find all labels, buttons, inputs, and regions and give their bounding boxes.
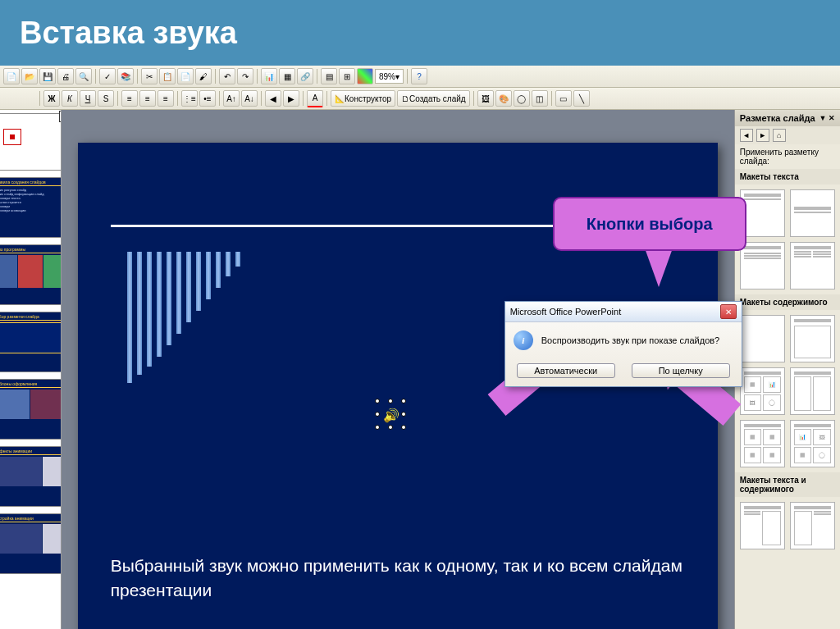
thumb-1[interactable]: ×: [0, 113, 62, 171]
chart-icon[interactable]: 📊: [261, 68, 277, 84]
task-pane-header: Разметка слайда ▼ ✕: [735, 110, 840, 126]
bold-icon[interactable]: Ж: [43, 90, 60, 107]
thumb-title: Шаблоны оформления: [0, 381, 62, 388]
layout-two-content[interactable]: [790, 367, 835, 415]
dropdown-icon[interactable]: ▼ ✕: [819, 114, 835, 122]
new-slide-button[interactable]: 🗋 Создать слайд: [397, 90, 470, 107]
shape-tool-icon[interactable]: ▭: [555, 90, 572, 107]
layout-title-subtitle[interactable]: [790, 189, 835, 237]
align-right-icon[interactable]: ≡: [158, 90, 174, 107]
font-color-icon[interactable]: A: [307, 90, 323, 107]
selection-handle[interactable]: [388, 425, 393, 430]
research-icon[interactable]: 📚: [117, 68, 134, 84]
separator: [326, 91, 327, 106]
undo-icon[interactable]: ↶: [219, 68, 235, 84]
layout-content-text[interactable]: [790, 502, 835, 549]
preview-icon[interactable]: 🔍: [75, 68, 92, 84]
increase-font-icon[interactable]: A↑: [223, 90, 240, 107]
selection-handle[interactable]: [401, 425, 406, 430]
layout-title-bullets[interactable]: [740, 242, 785, 289]
auto-button[interactable]: Автоматически: [517, 363, 615, 378]
dialog-titlebar[interactable]: Microsoft Office PowerPoint ✕: [505, 302, 742, 322]
layout-text-content[interactable]: [740, 502, 785, 549]
sound-object-icon[interactable]: [381, 405, 401, 425]
paste-icon[interactable]: 📄: [177, 68, 194, 84]
insert-clip-icon[interactable]: 🎨: [495, 90, 512, 107]
color-icon[interactable]: [357, 68, 373, 84]
selection-handle[interactable]: [401, 399, 406, 403]
cut-icon[interactable]: ✂: [141, 68, 158, 84]
layout-content[interactable]: [790, 315, 835, 362]
open-icon[interactable]: 📂: [21, 68, 38, 84]
increase-indent-icon[interactable]: ▶: [283, 90, 299, 107]
selection-handle[interactable]: [375, 425, 380, 430]
insert-diagram-icon[interactable]: ◫: [532, 90, 548, 107]
forward-icon[interactable]: ►: [756, 129, 769, 142]
save-icon[interactable]: 💾: [39, 68, 56, 84]
insert-shape-icon[interactable]: ◯: [514, 90, 530, 107]
decrease-font-icon[interactable]: A↓: [241, 90, 258, 107]
bar: [226, 252, 231, 276]
numbered-list-icon[interactable]: ⋮≡: [181, 90, 198, 107]
shadow-icon[interactable]: S: [98, 90, 114, 107]
bullet-list-icon[interactable]: •≡: [199, 90, 216, 107]
show-grid-icon[interactable]: ⊞: [339, 68, 355, 84]
format-painter-icon[interactable]: 🖌: [195, 68, 212, 84]
text-content-layouts-section: Макеты текста и содержимого: [735, 472, 840, 497]
back-icon[interactable]: ◄: [740, 129, 753, 142]
separator: [39, 91, 40, 106]
thumb-2[interactable]: Правила создания слайдов • Один рисунок …: [0, 177, 62, 238]
separator: [551, 91, 552, 106]
selection-handle[interactable]: [401, 412, 406, 417]
layout-title-only[interactable]: [740, 189, 785, 237]
slide-editor-area: Выбранный звук можно применить как к одн…: [62, 110, 734, 629]
decrease-indent-icon[interactable]: ◀: [265, 90, 281, 107]
sound-playback-dialog: Microsoft Office PowerPoint ✕ i Воспроиз…: [504, 301, 742, 387]
thumb-content: [0, 255, 62, 288]
thumb-content: [0, 322, 62, 353]
bar: [167, 252, 171, 345]
zoom-selector[interactable]: 89% ▾: [375, 69, 404, 84]
tables-borders-icon[interactable]: ▤: [321, 68, 337, 84]
home-icon[interactable]: ⌂: [773, 129, 786, 142]
zoom-value: 89%: [379, 72, 395, 81]
task-pane-title: Разметка слайда: [740, 113, 815, 123]
layout-two-column[interactable]: [790, 242, 835, 289]
new-slide-label: Создать слайд: [409, 94, 466, 103]
slide-caption: Выбранный звук можно применить как к одн…: [111, 554, 685, 602]
layout-blank[interactable]: [740, 315, 785, 362]
layout-content-grid[interactable]: ▦📊🖼◯: [740, 367, 785, 415]
align-center-icon[interactable]: ≡: [139, 90, 156, 107]
dialog-message: Воспроизводить звук при показе слайдов?: [541, 335, 720, 345]
thumb-title: Эффекты анимации: [0, 449, 62, 455]
design-button[interactable]: 📐 Конструктор: [331, 90, 395, 107]
layout-four-content[interactable]: ▦▦▦▦: [740, 420, 785, 467]
selection-handle[interactable]: [375, 412, 380, 417]
hyperlink-icon[interactable]: 🔗: [297, 68, 313, 84]
thumb-5[interactable]: Шаблоны оформления: [0, 379, 62, 440]
new-icon[interactable]: 📄: [3, 68, 20, 84]
thumb-content: • Один рисунок слайд• Один слайд информа…: [0, 188, 62, 212]
help-icon[interactable]: ?: [411, 68, 427, 84]
underline-icon[interactable]: Ч: [80, 90, 96, 107]
bar: [127, 252, 132, 383]
thumb-3[interactable]: Окно программы: [0, 244, 62, 305]
table-icon[interactable]: ▦: [279, 68, 295, 84]
layout-four-content-alt[interactable]: 📊🖼▦◯: [790, 420, 835, 467]
copy-icon[interactable]: 📋: [159, 68, 176, 84]
thumb-7[interactable]: Настройка анимации: [0, 513, 62, 574]
selection-handle[interactable]: [388, 399, 393, 403]
dialog-close-icon[interactable]: ✕: [720, 304, 737, 319]
on-click-button[interactable]: По щелчку: [632, 363, 730, 378]
insert-pic-icon[interactable]: 🖼: [477, 90, 494, 107]
bar: [235, 252, 240, 267]
thumb-6[interactable]: Эффекты анимации: [0, 446, 62, 507]
align-left-icon[interactable]: ≡: [121, 90, 138, 107]
thumb-4[interactable]: Выбор разметки слайда: [0, 312, 62, 372]
italic-icon[interactable]: К: [62, 90, 78, 107]
print-icon[interactable]: 🖨: [57, 68, 74, 84]
spell-icon[interactable]: ✓: [99, 68, 116, 84]
line-tool-icon[interactable]: ╲: [573, 90, 590, 107]
redo-icon[interactable]: ↷: [237, 68, 253, 84]
selection-handle[interactable]: [375, 399, 380, 403]
